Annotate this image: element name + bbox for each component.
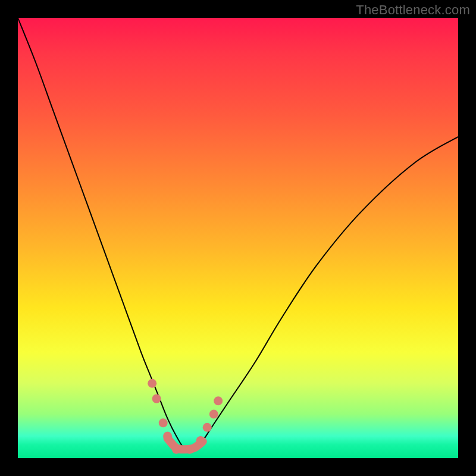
- bead-dot: [214, 396, 223, 405]
- bead-dot: [172, 445, 181, 454]
- highlight-beads: [148, 379, 223, 454]
- bead-dot: [148, 379, 156, 388]
- bead-dot: [196, 436, 205, 445]
- curve-layer: [18, 18, 458, 458]
- bead-dot: [203, 423, 212, 432]
- bottleneck-curve: [18, 18, 458, 451]
- bead-dot: [152, 394, 161, 403]
- plot-area: [18, 18, 458, 458]
- bead-dot: [185, 445, 194, 454]
- bead-dot: [163, 432, 172, 441]
- watermark-text: TheBottleneck.com: [356, 2, 470, 18]
- bead-dot: [159, 418, 168, 427]
- bead-dot: [209, 410, 218, 419]
- chart-frame: TheBottleneck.com: [0, 0, 476, 476]
